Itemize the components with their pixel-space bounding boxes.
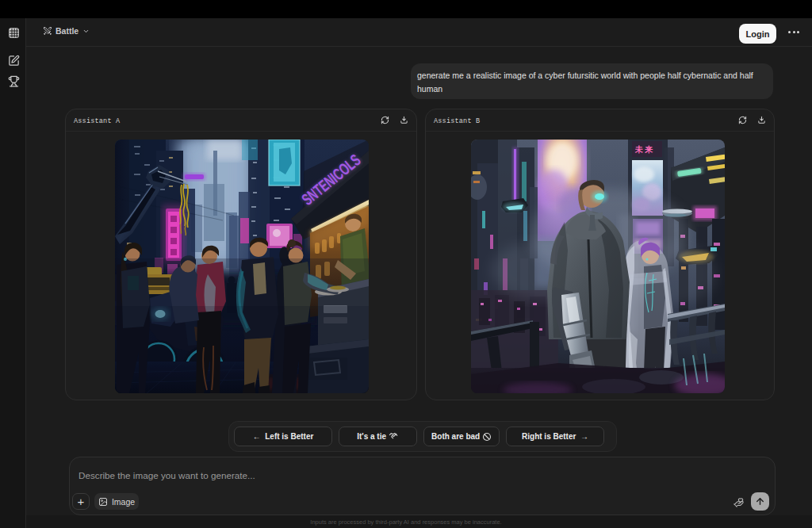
svg-text:未来: 未来 [634, 145, 654, 154]
